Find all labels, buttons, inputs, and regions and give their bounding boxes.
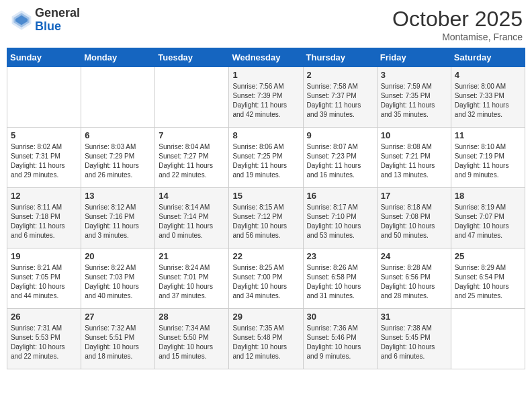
day-info: Sunrise: 8:25 AMSunset: 7:00 PMDaylight:… bbox=[232, 263, 299, 301]
calendar-cell: 1Sunrise: 7:56 AMSunset: 7:39 PMDaylight… bbox=[229, 67, 303, 128]
day-number: 21 bbox=[159, 251, 225, 261]
calendar-cell bbox=[155, 67, 229, 128]
weekday-header-monday: Monday bbox=[81, 48, 155, 67]
month-title: October 2025 bbox=[392, 7, 523, 32]
day-info: Sunrise: 8:21 AMSunset: 7:05 PMDaylight:… bbox=[11, 263, 77, 301]
day-info: Sunrise: 8:11 AMSunset: 7:18 PMDaylight:… bbox=[11, 203, 77, 240]
day-number: 16 bbox=[307, 191, 373, 201]
day-number: 20 bbox=[85, 251, 151, 261]
day-info: Sunrise: 7:58 AMSunset: 7:37 PMDaylight:… bbox=[307, 82, 373, 120]
day-info: Sunrise: 7:34 AMSunset: 5:50 PMDaylight:… bbox=[159, 324, 225, 361]
day-info: Sunrise: 8:07 AMSunset: 7:23 PMDaylight:… bbox=[307, 142, 373, 180]
week-row-1: 1Sunrise: 7:56 AMSunset: 7:39 PMDaylight… bbox=[7, 67, 525, 128]
day-info: Sunrise: 8:26 AMSunset: 6:58 PMDaylight:… bbox=[307, 263, 373, 301]
calendar-cell: 3Sunrise: 7:59 AMSunset: 7:35 PMDaylight… bbox=[377, 67, 451, 128]
day-number: 27 bbox=[85, 312, 151, 322]
location-subtitle: Montamise, France bbox=[392, 32, 523, 42]
calendar-cell: 4Sunrise: 8:00 AMSunset: 7:33 PMDaylight… bbox=[451, 67, 525, 128]
calendar-cell: 15Sunrise: 8:15 AMSunset: 7:12 PMDayligh… bbox=[229, 188, 303, 248]
calendar-cell: 19Sunrise: 8:21 AMSunset: 7:05 PMDayligh… bbox=[7, 248, 81, 309]
day-number: 18 bbox=[455, 191, 521, 201]
day-info: Sunrise: 8:15 AMSunset: 7:12 PMDaylight:… bbox=[232, 203, 299, 240]
calendar-cell bbox=[451, 309, 525, 369]
day-number: 12 bbox=[11, 191, 77, 201]
day-number: 11 bbox=[455, 130, 521, 140]
weekday-header-tuesday: Tuesday bbox=[155, 48, 229, 67]
calendar-cell: 29Sunrise: 7:35 AMSunset: 5:48 PMDayligh… bbox=[229, 309, 303, 369]
day-number: 31 bbox=[381, 312, 447, 322]
calendar-cell: 30Sunrise: 7:36 AMSunset: 5:46 PMDayligh… bbox=[303, 309, 377, 369]
weekday-header-friday: Friday bbox=[377, 48, 451, 67]
day-number: 15 bbox=[232, 191, 299, 201]
day-number: 4 bbox=[455, 70, 521, 80]
weekday-header-sunday: Sunday bbox=[7, 48, 81, 67]
day-number: 9 bbox=[307, 130, 373, 140]
weekday-header-wednesday: Wednesday bbox=[229, 48, 303, 67]
calendar-cell bbox=[81, 67, 155, 128]
day-number: 2 bbox=[307, 70, 373, 80]
day-info: Sunrise: 8:17 AMSunset: 7:10 PMDaylight:… bbox=[307, 203, 373, 240]
day-info: Sunrise: 8:10 AMSunset: 7:19 PMDaylight:… bbox=[455, 142, 521, 180]
calendar-cell: 9Sunrise: 8:07 AMSunset: 7:23 PMDaylight… bbox=[303, 128, 377, 188]
weekday-header-row: SundayMondayTuesdayWednesdayThursdayFrid… bbox=[7, 48, 525, 67]
day-number: 5 bbox=[11, 130, 77, 140]
week-row-4: 19Sunrise: 8:21 AMSunset: 7:05 PMDayligh… bbox=[7, 248, 525, 309]
calendar-cell: 6Sunrise: 8:03 AMSunset: 7:29 PMDaylight… bbox=[81, 128, 155, 188]
day-info: Sunrise: 7:36 AMSunset: 5:46 PMDaylight:… bbox=[307, 324, 373, 361]
calendar-cell: 12Sunrise: 8:11 AMSunset: 7:18 PMDayligh… bbox=[7, 188, 81, 248]
calendar-cell: 2Sunrise: 7:58 AMSunset: 7:37 PMDaylight… bbox=[303, 67, 377, 128]
day-info: Sunrise: 8:28 AMSunset: 6:56 PMDaylight:… bbox=[381, 263, 447, 301]
day-info: Sunrise: 7:32 AMSunset: 5:51 PMDaylight:… bbox=[85, 324, 151, 361]
day-info: Sunrise: 7:38 AMSunset: 5:45 PMDaylight:… bbox=[381, 324, 447, 361]
day-info: Sunrise: 8:02 AMSunset: 7:31 PMDaylight:… bbox=[11, 142, 77, 180]
day-info: Sunrise: 7:59 AMSunset: 7:35 PMDaylight:… bbox=[381, 82, 447, 120]
day-number: 30 bbox=[307, 312, 373, 322]
day-number: 29 bbox=[232, 312, 299, 322]
calendar-cell: 14Sunrise: 8:14 AMSunset: 7:14 PMDayligh… bbox=[155, 188, 229, 248]
logo-general: General bbox=[35, 7, 80, 20]
calendar-cell: 20Sunrise: 8:22 AMSunset: 7:03 PMDayligh… bbox=[81, 248, 155, 309]
day-info: Sunrise: 7:35 AMSunset: 5:48 PMDaylight:… bbox=[232, 324, 299, 361]
day-number: 8 bbox=[232, 130, 299, 140]
day-info: Sunrise: 7:31 AMSunset: 5:53 PMDaylight:… bbox=[11, 324, 77, 361]
calendar-cell: 24Sunrise: 8:28 AMSunset: 6:56 PMDayligh… bbox=[377, 248, 451, 309]
title-area: October 2025 Montamise, France bbox=[392, 7, 523, 42]
calendar-cell: 25Sunrise: 8:29 AMSunset: 6:54 PMDayligh… bbox=[451, 248, 525, 309]
calendar-cell: 26Sunrise: 7:31 AMSunset: 5:53 PMDayligh… bbox=[7, 309, 81, 369]
logo-text: General Blue bbox=[35, 7, 80, 34]
day-info: Sunrise: 8:06 AMSunset: 7:25 PMDaylight:… bbox=[232, 142, 299, 180]
calendar-cell bbox=[7, 67, 81, 128]
day-number: 28 bbox=[159, 312, 225, 322]
calendar-table: SundayMondayTuesdayWednesdayThursdayFrid… bbox=[7, 48, 525, 369]
calendar-cell: 11Sunrise: 8:10 AMSunset: 7:19 PMDayligh… bbox=[451, 128, 525, 188]
day-number: 14 bbox=[159, 191, 225, 201]
calendar-cell: 31Sunrise: 7:38 AMSunset: 5:45 PMDayligh… bbox=[377, 309, 451, 369]
day-number: 13 bbox=[85, 191, 151, 201]
weekday-header-saturday: Saturday bbox=[451, 48, 525, 67]
day-number: 6 bbox=[85, 130, 151, 140]
calendar-cell: 8Sunrise: 8:06 AMSunset: 7:25 PMDaylight… bbox=[229, 128, 303, 188]
week-row-3: 12Sunrise: 8:11 AMSunset: 7:18 PMDayligh… bbox=[7, 188, 525, 248]
day-info: Sunrise: 7:56 AMSunset: 7:39 PMDaylight:… bbox=[232, 82, 299, 120]
calendar-cell: 18Sunrise: 8:19 AMSunset: 7:07 PMDayligh… bbox=[451, 188, 525, 248]
day-number: 22 bbox=[232, 251, 299, 261]
day-number: 24 bbox=[381, 251, 447, 261]
day-number: 7 bbox=[159, 130, 225, 140]
day-number: 10 bbox=[381, 130, 447, 140]
day-info: Sunrise: 8:08 AMSunset: 7:21 PMDaylight:… bbox=[381, 142, 447, 180]
day-info: Sunrise: 8:29 AMSunset: 6:54 PMDaylight:… bbox=[455, 263, 521, 301]
logo-icon bbox=[9, 8, 34, 32]
day-info: Sunrise: 8:19 AMSunset: 7:07 PMDaylight:… bbox=[455, 203, 521, 240]
logo: General Blue bbox=[9, 7, 80, 34]
day-info: Sunrise: 8:00 AMSunset: 7:33 PMDaylight:… bbox=[455, 82, 521, 120]
calendar-cell: 27Sunrise: 7:32 AMSunset: 5:51 PMDayligh… bbox=[81, 309, 155, 369]
calendar-cell: 21Sunrise: 8:24 AMSunset: 7:01 PMDayligh… bbox=[155, 248, 229, 309]
calendar-cell: 5Sunrise: 8:02 AMSunset: 7:31 PMDaylight… bbox=[7, 128, 81, 188]
calendar-cell: 7Sunrise: 8:04 AMSunset: 7:27 PMDaylight… bbox=[155, 128, 229, 188]
day-number: 3 bbox=[381, 70, 447, 80]
weekday-header-thursday: Thursday bbox=[303, 48, 377, 67]
page-header: General Blue October 2025 Montamise, Fra… bbox=[7, 7, 525, 42]
day-number: 25 bbox=[455, 251, 521, 261]
day-info: Sunrise: 8:04 AMSunset: 7:27 PMDaylight:… bbox=[159, 142, 225, 180]
calendar-cell: 17Sunrise: 8:18 AMSunset: 7:08 PMDayligh… bbox=[377, 188, 451, 248]
